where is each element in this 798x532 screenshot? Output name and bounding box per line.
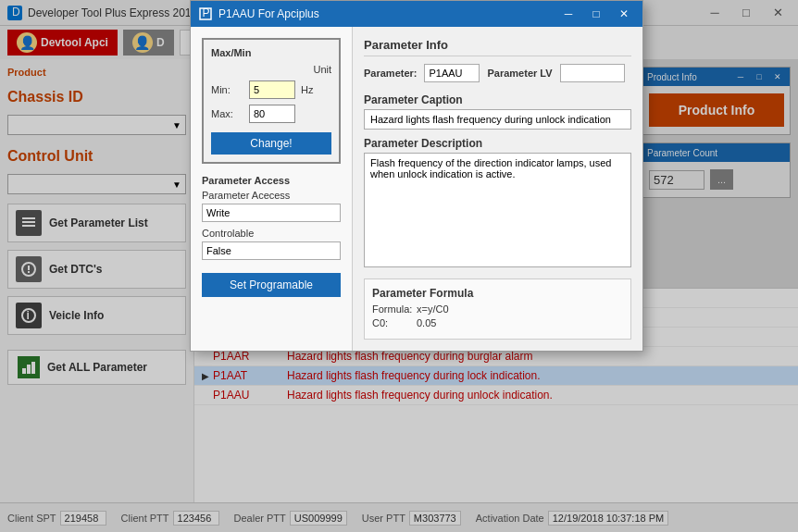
modal-titlebar: P P1AAU For Apciplus ─ □ ✕: [191, 1, 642, 27]
min-row: Min: Hz: [211, 80, 331, 99]
max-input[interactable]: [249, 105, 295, 123]
param-info-title: Parameter Info: [364, 38, 631, 56]
modal-content: Max/Min Unit Min: Hz Max: Change! Parame…: [191, 27, 642, 351]
param-id-row: Parameter: P1AAU Parameter LV: [364, 64, 631, 82]
max-row: Max:: [211, 105, 331, 123]
set-programable-button[interactable]: Set Programable: [202, 273, 341, 297]
param-id-label: Parameter:: [364, 68, 417, 79]
param-lv-label: Parameter LV: [487, 68, 552, 79]
caption-label: Parameter Caption: [364, 93, 631, 106]
desc-section: Parameter Description Flash frequency of…: [364, 137, 631, 267]
param-access-value: Write: [202, 204, 341, 222]
formula-row: Formula: x=y/C0: [372, 303, 623, 315]
maxmin-title: Max/Min: [211, 47, 331, 58]
controlable-label: Controlable: [202, 228, 341, 239]
main-app: D Developer Tool Plus Express 2018 ─ □ ✕…: [0, 0, 798, 532]
desc-value: Flash frequency of the direction indicat…: [364, 153, 631, 267]
caption-section: Parameter Caption Hazard lights flash fr…: [364, 93, 631, 130]
controlable-value: False: [202, 241, 341, 260]
desc-label: Parameter Description: [364, 137, 631, 150]
modal-icon: P: [198, 6, 213, 21]
modal-close-button[interactable]: ✕: [613, 6, 635, 22]
formula-label: Formula:: [372, 303, 409, 315]
modal-minimize-button[interactable]: ─: [557, 6, 580, 22]
svg-text:P: P: [203, 7, 210, 19]
max-label: Max:: [211, 108, 243, 119]
access-title: Parameter Access: [202, 175, 341, 186]
param-access-label: Parameter Acecess: [202, 190, 341, 201]
change-button[interactable]: Change!: [211, 132, 331, 155]
param-lv-value: [560, 64, 625, 82]
formula-section: Parameter Formula Formula: x=y/C0 C0: 0.…: [364, 278, 631, 340]
modal-left-pane: Max/Min Unit Min: Hz Max: Change! Parame…: [191, 27, 353, 351]
c0-label: C0:: [372, 317, 409, 328]
parameter-access-section: Parameter Access Parameter Acecess Write…: [202, 175, 341, 266]
formula-value: x=y/C0: [417, 303, 449, 315]
param-id-value: P1AAU: [424, 64, 480, 82]
unit-value: Hz: [301, 84, 313, 95]
caption-value: Hazard lights flash frequency during unl…: [364, 109, 631, 130]
modal-maximize-button[interactable]: □: [585, 6, 607, 22]
modal-dialog: P P1AAU For Apciplus ─ □ ✕ Max/Min Unit …: [190, 0, 643, 352]
c0-value: 0.05: [417, 317, 436, 328]
modal-title: P1AAU For Apciplus: [218, 7, 552, 20]
c0-row: C0: 0.05: [372, 317, 623, 328]
unit-label: Unit: [313, 64, 331, 75]
modal-right-pane: Parameter Info Parameter: P1AAU Paramete…: [353, 27, 642, 351]
min-label: Min:: [211, 84, 243, 95]
unit-row: Unit: [211, 64, 331, 75]
formula-title: Parameter Formula: [372, 287, 623, 300]
min-input[interactable]: [249, 80, 295, 99]
maxmin-group: Max/Min Unit Min: Hz Max: Change!: [202, 38, 341, 164]
